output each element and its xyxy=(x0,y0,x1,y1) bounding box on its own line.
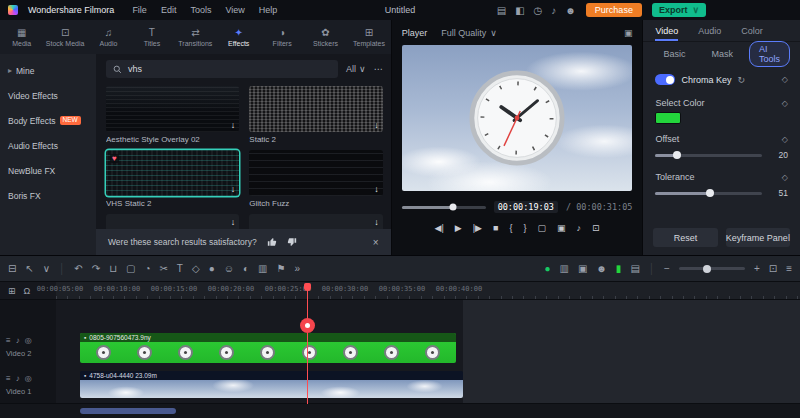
tab-effects[interactable]: ✦Effects xyxy=(217,20,260,54)
seek-handle[interactable] xyxy=(449,204,456,211)
snapshot-icon[interactable]: ▣ xyxy=(624,28,633,38)
redo-icon[interactable]: ↷ xyxy=(92,263,100,274)
tab-templates[interactable]: ⊞Templates xyxy=(347,20,390,54)
offset-slider-track[interactable] xyxy=(655,154,762,157)
tab-titles[interactable]: TTitles xyxy=(130,20,173,54)
delete-icon[interactable]: ⊔ xyxy=(109,263,117,274)
select-color-keyframe-icon[interactable]: ◇ xyxy=(782,99,788,108)
search-input[interactable]: vhs xyxy=(106,60,338,78)
refresh-icon[interactable]: ↻ xyxy=(737,75,745,85)
text-icon[interactable]: T xyxy=(177,263,183,274)
crop-icon[interactable]: ▢ xyxy=(126,263,135,274)
tab-stock-media[interactable]: ⊡Stock Media xyxy=(43,20,86,54)
download-icon[interactable]: ↓ xyxy=(374,217,379,227)
sidebar-item-mine[interactable]: ▸Mine xyxy=(0,58,96,83)
mask-icon[interactable]: ◐ xyxy=(243,263,249,274)
crop-button[interactable]: ▢ xyxy=(537,223,546,233)
presenter-icon[interactable]: ☻ xyxy=(596,263,607,274)
effect-card-static-2[interactable]: ↓Static 2 xyxy=(249,86,382,144)
props-subtab-basic[interactable]: Basic xyxy=(653,46,695,62)
audio-meter-icon[interactable]: ▥ xyxy=(559,263,568,274)
chroma-key-toggle[interactable] xyxy=(655,74,675,85)
offset-slider[interactable]: 20 xyxy=(655,150,788,160)
select-tool-icon[interactable]: ↖ xyxy=(25,263,33,274)
zoom-slider[interactable] xyxy=(679,267,745,270)
tool-dropdown-icon[interactable]: ∨ xyxy=(43,263,50,274)
speed-icon[interactable]: ◔ xyxy=(144,263,150,274)
mark-out-button[interactable]: } xyxy=(523,223,526,233)
playhead-line[interactable] xyxy=(307,283,308,404)
undo-icon[interactable]: ↶ xyxy=(74,263,82,274)
track-mute-icon[interactable]: ♪ xyxy=(16,374,20,383)
track-visibility-icon[interactable]: ◎ xyxy=(25,336,32,345)
more-tools-icon[interactable]: » xyxy=(294,263,300,274)
props-tab-color[interactable]: Color xyxy=(741,20,763,41)
snapshot-button[interactable]: ▣ xyxy=(557,223,566,233)
menu-edit[interactable]: Edit xyxy=(161,5,177,15)
screen-record-icon[interactable]: ▣ xyxy=(578,263,587,274)
purchase-button[interactable]: Purchase xyxy=(586,3,642,17)
effect-card-aesthetic-style-overlay-02[interactable]: ↓Aesthetic Style Overlay 02 xyxy=(106,86,239,144)
chroma-screen-icon[interactable]: ▮ xyxy=(616,263,622,274)
split-icon[interactable]: ✂ xyxy=(159,263,167,274)
layout-icon[interactable]: ▤ xyxy=(497,5,506,16)
download-icon[interactable]: ↓ xyxy=(231,120,236,130)
effect-thumbnail[interactable]: ↓ xyxy=(249,150,382,196)
offset-keyframe-icon[interactable]: ◇ xyxy=(782,135,788,144)
thumbs-up-button[interactable] xyxy=(267,237,277,247)
dual-monitor-icon[interactable]: ◧ xyxy=(515,5,524,16)
menu-file[interactable]: File xyxy=(132,5,147,15)
notifications-icon[interactable]: ◷ xyxy=(534,5,543,16)
effect-card-partial[interactable]: ↓ xyxy=(249,214,382,229)
record-voiceover-icon[interactable]: ● xyxy=(209,263,215,274)
render-preview-icon[interactable]: ● xyxy=(544,263,550,274)
volume-button[interactable]: ♪ xyxy=(577,223,582,233)
timeline-ruler[interactable]: ⊞Ω 00:00:05:0000:00:10:0000:00:15:0000:0… xyxy=(0,282,800,300)
offset-slider-knob[interactable] xyxy=(673,151,681,159)
reset-button[interactable]: Reset xyxy=(653,228,717,247)
track-mute-icon[interactable]: ♪ xyxy=(16,336,20,345)
quality-dropdown[interactable]: Full Quality ∨ xyxy=(441,28,497,38)
download-icon[interactable]: ↓ xyxy=(231,217,236,227)
marker-icon[interactable]: ⚑ xyxy=(276,263,285,274)
effect-card-vhs-static-2[interactable]: ♥↓VHS Static 2 xyxy=(106,150,239,208)
export-button[interactable]: Export ∨ xyxy=(652,3,706,17)
tab-transitions[interactable]: ⇄Transitions xyxy=(174,20,217,54)
download-icon[interactable]: ↓ xyxy=(374,184,379,194)
mark-in-button[interactable]: { xyxy=(509,223,512,233)
track-options-icon[interactable]: ≡ xyxy=(6,336,11,345)
thumbs-down-button[interactable] xyxy=(287,237,297,247)
effect-card-glitch-fuzz[interactable]: ↓Glitch Fuzz xyxy=(249,150,382,208)
export-chevron-icon[interactable]: ∨ xyxy=(692,5,699,15)
props-tab-video[interactable]: Video xyxy=(655,20,678,41)
effect-card-partial[interactable]: ↓ xyxy=(106,214,239,229)
color-swatch[interactable] xyxy=(655,112,681,124)
effect-thumbnail[interactable]: ♥↓ xyxy=(106,150,239,196)
menu-tools[interactable]: Tools xyxy=(190,5,211,15)
tolerance-slider[interactable]: 51 xyxy=(655,188,788,198)
account-icon[interactable]: ☻ xyxy=(565,5,576,16)
zoom-in-icon[interactable]: + xyxy=(754,263,760,274)
tolerance-slider-knob[interactable] xyxy=(706,189,714,197)
zoom-out-icon[interactable]: − xyxy=(664,263,670,274)
analytics-icon[interactable]: ▥ xyxy=(258,263,267,274)
ai-portrait-icon[interactable]: ☺ xyxy=(224,263,234,274)
timeline-scrollbar[interactable] xyxy=(0,403,800,418)
filter-dropdown[interactable]: All ∨ xyxy=(346,64,366,74)
tab-stickers[interactable]: ✿Stickers xyxy=(304,20,347,54)
sidebar-item-video-effects[interactable]: Video Effects xyxy=(0,83,96,108)
sidebar-item-newblue-fx[interactable]: NewBlue FX xyxy=(0,158,96,183)
props-subtab-mask[interactable]: Mask xyxy=(701,46,743,62)
tab-audio[interactable]: ♫Audio xyxy=(87,20,130,54)
track-options-icon[interactable]: ≡ xyxy=(6,374,11,383)
props-subtab-ai-tools[interactable]: AI Tools xyxy=(749,41,790,67)
tolerance-value[interactable]: 51 xyxy=(770,188,788,198)
playhead-grabber[interactable] xyxy=(300,318,315,333)
tab-media[interactable]: ▦Media xyxy=(0,20,43,54)
ruler-scale[interactable]: 00:00:05:0000:00:10:0000:00:15:0000:00:2… xyxy=(56,282,800,299)
download-icon[interactable]: ↓ xyxy=(374,120,379,130)
offset-value[interactable]: 20 xyxy=(770,150,788,160)
video-preview[interactable] xyxy=(402,45,633,191)
add-track-icon[interactable]: ⊞ xyxy=(8,286,16,296)
menu-help[interactable]: Help xyxy=(259,5,278,15)
